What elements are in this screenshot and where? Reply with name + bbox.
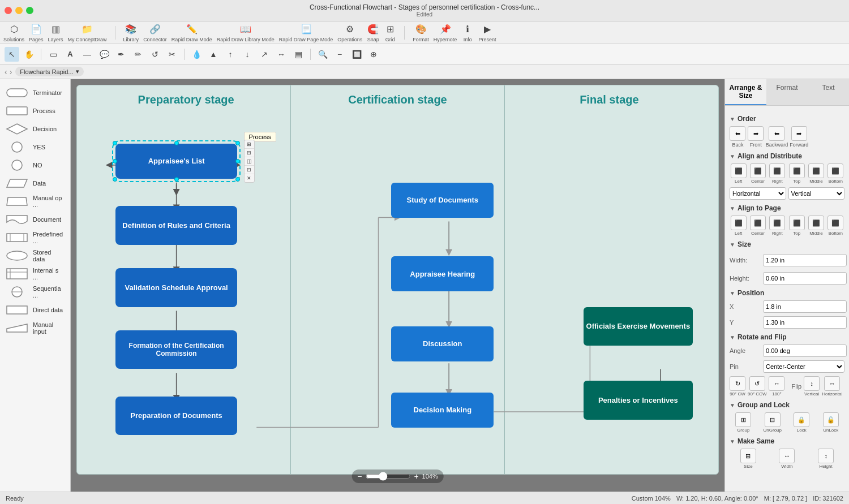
status-zoom[interactable]: Custom 104%: [632, 495, 671, 502]
ctx-btn-4[interactable]: ⊡: [245, 166, 254, 174]
arrow-up-tool[interactable]: ↑: [223, 47, 238, 62]
ungroup-btn[interactable]: ⊟ UnGroup: [759, 412, 787, 433]
zoom-in-tool[interactable]: 🔍: [315, 47, 330, 62]
shape-item-yes[interactable]: YES: [2, 138, 68, 156]
rapid-draw-library-button[interactable]: 📖 Rapid Draw Library Mode: [217, 23, 275, 42]
align-page-left-btn[interactable]: ⬛ Left: [730, 216, 747, 236]
flip-vertical-btn[interactable]: ↕ Vertical: [804, 376, 820, 397]
library-button[interactable]: 📚 Library: [123, 23, 139, 42]
pages-button[interactable]: 📄 Pages: [29, 23, 44, 42]
ctx-btn-2[interactable]: ⊟: [245, 149, 254, 157]
shape-item-manual-input[interactable]: Manual input: [2, 319, 68, 337]
node-definition-rules[interactable]: Definition of Rules and Criteria: [115, 206, 237, 245]
pin-select[interactable]: Center-Center: [763, 360, 844, 373]
node-penalties-incentives[interactable]: Penalties or Incentives: [584, 381, 693, 420]
close-button[interactable]: [5, 7, 12, 14]
pen-tool[interactable]: ✒: [114, 47, 128, 62]
flip-horizontal-btn[interactable]: ↔ Horizontal: [822, 376, 842, 397]
shape-item-direct-data[interactable]: Direct data: [2, 301, 68, 319]
vertical-select[interactable]: Vertical: [788, 187, 845, 200]
breadcrumb-back[interactable]: ‹: [5, 67, 7, 76]
node-officials-exercise[interactable]: Officials Exercise Movements: [584, 307, 693, 346]
make-same-width-btn[interactable]: ↔ Width: [769, 449, 806, 469]
order-backward-btn[interactable]: ⬅ Backward: [766, 126, 788, 148]
solutions-button[interactable]: ⬡ Solutions: [3, 23, 24, 42]
present-button[interactable]: ▶ Present: [478, 23, 496, 42]
order-front-btn[interactable]: ➡ Front: [748, 126, 764, 148]
align-page-right-btn[interactable]: ⬛ Right: [769, 216, 786, 236]
arrow-curved-tool[interactable]: ↗: [257, 47, 272, 62]
ctx-btn-5[interactable]: ✕: [245, 174, 254, 182]
rotate-90ccw-btn[interactable]: ↺ 90° CCW: [748, 376, 766, 397]
align-top-btn[interactable]: ⬛ Top: [788, 163, 805, 184]
align-center-btn[interactable]: ⬛ Center: [749, 163, 766, 184]
tab-arrange-size[interactable]: Arrange & Size: [725, 79, 766, 105]
handle-top[interactable]: [174, 141, 179, 145]
align-right-btn[interactable]: ⬛ Right: [769, 163, 786, 184]
ctx-btn-3[interactable]: ◫: [245, 157, 254, 166]
node-study-docs[interactable]: Study of Documents: [391, 183, 494, 218]
angle-input[interactable]: [763, 344, 847, 357]
ctx-btn-1[interactable]: ⊞: [245, 140, 254, 149]
line-tool[interactable]: —: [80, 47, 95, 62]
shape-item-stored-data[interactable]: Stored data: [2, 247, 68, 265]
align-bottom-btn[interactable]: ⬛ Bottom: [827, 163, 844, 184]
make-same-height-btn[interactable]: ↕ Height: [807, 449, 844, 469]
order-forward-btn[interactable]: ➡ Forward: [790, 126, 808, 148]
align-middle-btn[interactable]: ⬛ Middle: [807, 163, 825, 184]
fill-tool[interactable]: ▤: [291, 47, 306, 62]
format-button[interactable]: 🎨 Format: [413, 23, 429, 42]
node-context-toolbar[interactable]: ⊞ ⊟ ◫ ⊡ ✕: [244, 140, 255, 183]
bubble-tool[interactable]: 💬: [97, 47, 112, 62]
align-page-bottom-btn[interactable]: ⬛ Bottom: [827, 216, 844, 236]
order-back-btn[interactable]: ⬅ Back: [730, 126, 746, 148]
zoom-slider[interactable]: [365, 472, 410, 481]
node-preparation-docs[interactable]: Preparation of Documents: [115, 397, 237, 436]
node-appraisees-list[interactable]: Appraisee's List: [115, 144, 237, 179]
node-decision-making[interactable]: Decision Making: [391, 393, 494, 428]
align-page-middle-btn[interactable]: ⬛ Middle: [807, 216, 825, 236]
shape-item-internal-s[interactable]: Internal s ...: [2, 265, 68, 283]
x-input[interactable]: [763, 300, 847, 313]
color-fill-tool[interactable]: ▲: [206, 47, 221, 62]
shape-item-data[interactable]: Data: [2, 174, 68, 192]
rotate-180-btn[interactable]: ↔ 180°: [769, 376, 784, 397]
align-page-top-btn[interactable]: ⬛ Top: [788, 216, 805, 236]
dimension-tool[interactable]: ↔: [274, 47, 289, 62]
maximize-button[interactable]: [26, 7, 33, 14]
make-same-size-btn[interactable]: ⊞ Size: [730, 449, 767, 469]
rapid-draw-page-button[interactable]: 📃 Rapid Draw Page Mode: [279, 23, 333, 42]
layers-button[interactable]: ▥ Layers: [48, 23, 63, 42]
breadcrumb-forward[interactable]: ›: [10, 67, 12, 76]
handle-tl[interactable]: [113, 141, 117, 145]
height-input[interactable]: [763, 272, 847, 285]
handle-left[interactable]: [113, 159, 117, 163]
rotate-90cw-btn[interactable]: ↻ 90° CW: [730, 376, 745, 397]
shape-item-document[interactable]: Document: [2, 210, 68, 229]
hand-tool[interactable]: ✋: [22, 47, 36, 62]
tab-text[interactable]: Text: [808, 79, 849, 105]
node-appraisee-hearing[interactable]: Appraisee Hearing: [391, 256, 494, 291]
zoom-out-btn[interactable]: −: [357, 472, 362, 481]
align-left-btn[interactable]: ⬛ Left: [730, 163, 747, 184]
align-page-center-btn[interactable]: ⬛ Center: [749, 216, 766, 236]
handle-bl[interactable]: [113, 177, 117, 182]
shape-item-predefined[interactable]: Predefined ...: [2, 229, 68, 247]
shape-item-sequential[interactable]: Sequentia ...: [2, 283, 68, 301]
handle-bottom[interactable]: [174, 177, 179, 182]
eyedrop-tool[interactable]: 💧: [189, 47, 204, 62]
snap-button[interactable]: 🧲 Snap: [367, 23, 379, 42]
handle-right[interactable]: [235, 159, 240, 163]
zoom-percent-tool[interactable]: 🔲: [349, 47, 364, 62]
connector-button[interactable]: 🔗 Connector: [143, 23, 167, 42]
breadcrumb-item[interactable]: Flowcharts Rapid... ▾: [15, 67, 83, 76]
rectangle-tool[interactable]: ▭: [46, 47, 61, 62]
rapid-draw-mode-button[interactable]: ✏️ Rapid Draw Mode: [171, 23, 212, 42]
rotate-left-tool[interactable]: ↺: [148, 47, 162, 62]
node-formation[interactable]: Formation of the Certification Commissio…: [115, 330, 237, 369]
group-btn[interactable]: ⊞ Group: [730, 412, 757, 433]
handle-tr[interactable]: [235, 141, 240, 145]
horizontal-select[interactable]: Horizontal: [730, 187, 786, 200]
width-input[interactable]: [763, 254, 847, 266]
shape-item-manual-op[interactable]: Manual op ...: [2, 192, 68, 210]
